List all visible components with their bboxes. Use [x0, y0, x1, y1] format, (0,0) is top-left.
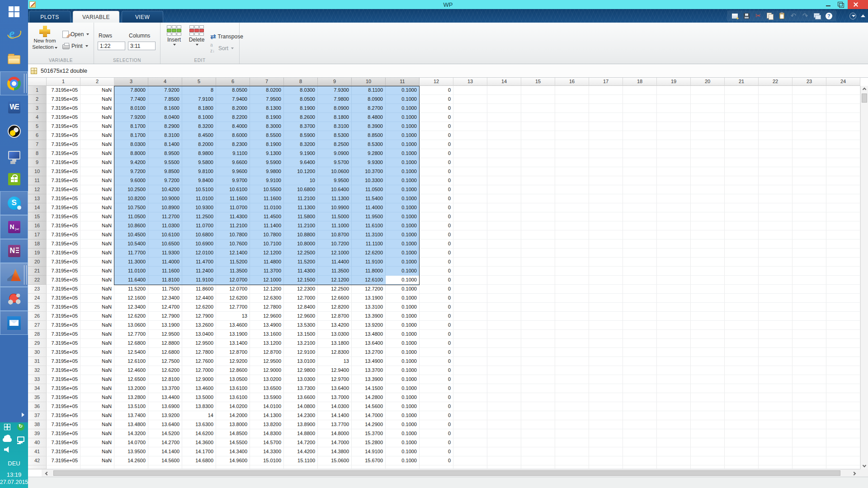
cell[interactable]: 10.2500: [114, 185, 148, 194]
cell[interactable]: [589, 212, 623, 221]
cell[interactable]: 11.3500: [318, 267, 352, 276]
cell[interactable]: [487, 122, 521, 131]
cell[interactable]: 0: [420, 348, 453, 357]
cell[interactable]: 12.9500: [148, 330, 182, 339]
cell[interactable]: 0: [420, 176, 453, 185]
cell[interactable]: [793, 456, 826, 465]
cell[interactable]: 0.1000: [386, 140, 420, 149]
cell[interactable]: 8.1900: [284, 104, 318, 113]
save-button[interactable]: [742, 12, 750, 20]
cell[interactable]: [691, 357, 725, 366]
cell[interactable]: 7.3195e+05: [47, 239, 80, 249]
cell[interactable]: 11.1000: [318, 221, 352, 230]
cell[interactable]: [589, 185, 623, 194]
cell[interactable]: 8.1900: [250, 140, 284, 149]
cell[interactable]: 0: [420, 140, 453, 149]
cell[interactable]: 8.1700: [114, 122, 148, 131]
cell[interactable]: 8.4500: [182, 131, 216, 140]
cell[interactable]: [657, 185, 691, 194]
cell[interactable]: 11.0100: [182, 194, 216, 203]
cell[interactable]: 13.2100: [284, 339, 318, 348]
cell[interactable]: NaN: [80, 185, 114, 194]
cell[interactable]: [725, 230, 759, 239]
cell[interactable]: [623, 194, 657, 203]
cell[interactable]: 0: [420, 194, 453, 203]
cell[interactable]: NaN: [80, 294, 114, 303]
cell[interactable]: 12.2500: [284, 249, 318, 258]
cell[interactable]: 10: [284, 176, 318, 185]
cell[interactable]: [555, 357, 589, 366]
cell[interactable]: 0: [420, 321, 453, 330]
cell[interactable]: 12.0700: [216, 276, 250, 285]
column-header-11[interactable]: 11: [386, 78, 420, 86]
cell[interactable]: [759, 330, 793, 339]
cell[interactable]: [487, 375, 521, 384]
cell[interactable]: [487, 456, 521, 465]
cell[interactable]: [691, 456, 725, 465]
cell[interactable]: [725, 149, 759, 158]
cell[interactable]: [725, 167, 759, 176]
cell[interactable]: 7.3195e+05: [47, 203, 80, 212]
cell[interactable]: [691, 348, 725, 357]
cell[interactable]: 9.6400: [284, 158, 318, 167]
cell[interactable]: 7.3195e+05: [47, 375, 80, 384]
cell[interactable]: [691, 86, 725, 95]
cell[interactable]: 0.1000: [386, 113, 420, 122]
cell[interactable]: 7.3195e+05: [47, 411, 80, 420]
row-header-17[interactable]: 17: [28, 230, 47, 239]
cell[interactable]: 13.6900: [148, 402, 182, 411]
cell[interactable]: 9.9100: [250, 176, 284, 185]
row-header-6[interactable]: 6: [28, 131, 47, 140]
column-header-20[interactable]: 20: [691, 78, 725, 86]
cell[interactable]: NaN: [80, 212, 114, 221]
cell[interactable]: 12.1500: [284, 276, 318, 285]
cell[interactable]: [521, 158, 555, 167]
cell[interactable]: [555, 285, 589, 294]
cell[interactable]: 0: [420, 221, 453, 230]
cell[interactable]: 10.6800: [284, 185, 318, 194]
network-display-icon-wrap[interactable]: [17, 436, 24, 444]
cell[interactable]: 8.1600: [148, 104, 182, 113]
cell[interactable]: NaN: [80, 113, 114, 122]
cell[interactable]: NaN: [80, 447, 114, 456]
cell[interactable]: [623, 348, 657, 357]
cell[interactable]: 7.8500: [148, 95, 182, 104]
cell[interactable]: [623, 384, 657, 393]
cell[interactable]: 13.4200: [318, 321, 352, 330]
cell[interactable]: 13.0500: [216, 375, 250, 384]
cell[interactable]: 13.0600: [114, 321, 148, 330]
cell[interactable]: [589, 393, 623, 402]
cell[interactable]: [521, 384, 555, 393]
cell[interactable]: 10.8200: [114, 194, 148, 203]
cell[interactable]: 10.6500: [148, 239, 182, 249]
cell[interactable]: 12.6200: [216, 294, 250, 303]
cell[interactable]: [759, 221, 793, 230]
cell[interactable]: [623, 402, 657, 411]
cell[interactable]: 0: [420, 285, 453, 294]
cell[interactable]: 13.0100: [284, 357, 318, 366]
onedrive-cloud-icon-wrap[interactable]: [3, 435, 12, 444]
cell[interactable]: 8.0300: [114, 140, 148, 149]
cell[interactable]: 9.2800: [352, 149, 386, 158]
cell[interactable]: [487, 203, 521, 212]
tab-view[interactable]: VIEW: [122, 11, 163, 23]
row-header-20[interactable]: 20: [28, 258, 47, 267]
cell[interactable]: [589, 167, 623, 176]
row-header-30[interactable]: 30: [28, 348, 47, 357]
cell[interactable]: 11.1100: [352, 239, 386, 249]
cell[interactable]: 11.4000: [352, 203, 386, 212]
cell[interactable]: 8.2300: [216, 140, 250, 149]
row-header-39[interactable]: 39: [28, 429, 47, 438]
cell[interactable]: [623, 276, 657, 285]
cell[interactable]: 10.8900: [148, 203, 182, 212]
row-header-10[interactable]: 10: [28, 167, 47, 176]
cell[interactable]: 0: [420, 294, 453, 303]
cell[interactable]: [826, 438, 860, 447]
cell[interactable]: [793, 104, 826, 113]
column-header-2[interactable]: 2: [80, 78, 114, 86]
cell[interactable]: [826, 384, 860, 393]
cell[interactable]: 13.3900: [352, 312, 386, 321]
cell[interactable]: [453, 167, 487, 176]
cell[interactable]: [487, 158, 521, 167]
cell[interactable]: 9.1900: [284, 149, 318, 158]
